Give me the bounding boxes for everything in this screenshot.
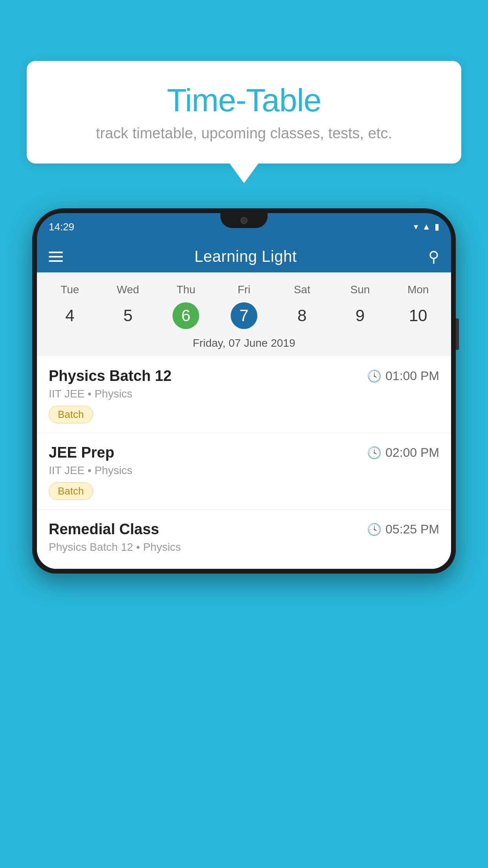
speech-bubble-arrow [229, 163, 259, 183]
class-item-1[interactable]: Physics Batch 12 🕓 01:00 PM IIT JEE • Ph… [37, 357, 451, 433]
day-sat: Sat [273, 280, 331, 299]
day-headers: Tue Wed Thu Fri Sat Sun Mon [41, 280, 447, 299]
day-sun: Sun [331, 280, 389, 299]
battery-icon: ▮ [435, 222, 439, 232]
class-name-2: JEE Prep [49, 444, 114, 461]
phone-mockup: 14:29 ▾ ▲ ▮ Learning Light ⚲ [32, 208, 456, 868]
volume-button [456, 318, 459, 350]
app-header: Learning Light ⚲ [37, 241, 451, 272]
signal-icon: ▲ [422, 222, 431, 232]
calendar-strip[interactable]: Tue Wed Thu Fri Sat Sun Mon 4 5 6 7 8 9 … [37, 272, 451, 357]
selected-date-label: Friday, 07 June 2019 [41, 332, 447, 357]
search-button[interactable]: ⚲ [428, 248, 439, 265]
status-time: 14:29 [49, 221, 74, 233]
class-item-2[interactable]: JEE Prep 🕓 02:00 PM IIT JEE • Physics Ba… [37, 433, 451, 510]
feature-subtitle: track timetable, upcoming classes, tests… [50, 125, 438, 142]
clock-icon-3: 🕓 [367, 522, 382, 536]
day-fri: Fri [215, 280, 273, 299]
class-time-1: 🕓 01:00 PM [367, 369, 439, 383]
day-mon: Mon [389, 280, 447, 299]
class-list: Physics Batch 12 🕓 01:00 PM IIT JEE • Ph… [37, 357, 451, 569]
class-time-value-3: 05:25 PM [385, 522, 439, 537]
class-time-2: 🕓 02:00 PM [367, 445, 439, 460]
class-meta-2: IIT JEE • Physics [49, 464, 439, 477]
class-name-1: Physics Batch 12 [49, 368, 172, 384]
date-7-selected[interactable]: 7 [231, 302, 257, 329]
clock-icon-2: 🕓 [367, 446, 382, 460]
date-6-today[interactable]: 6 [172, 302, 199, 329]
class-row1-1: Physics Batch 12 🕓 01:00 PM [49, 368, 439, 384]
class-time-value-2: 02:00 PM [385, 445, 439, 460]
class-row1-2: JEE Prep 🕓 02:00 PM [49, 444, 439, 461]
batch-badge-1: Batch [49, 406, 93, 423]
camera [240, 217, 248, 224]
day-numbers: 4 5 6 7 8 9 10 [41, 299, 447, 332]
date-10[interactable]: 10 [389, 302, 447, 329]
day-tue: Tue [41, 280, 99, 299]
speech-bubble: Time-Table track timetable, upcoming cla… [27, 61, 461, 164]
class-meta-3: Physics Batch 12 • Physics [49, 541, 439, 554]
status-icons: ▾ ▲ ▮ [414, 222, 439, 232]
date-8[interactable]: 8 [273, 302, 331, 329]
clock-icon-1: 🕓 [367, 369, 382, 383]
batch-badge-2: Batch [49, 482, 93, 500]
class-meta-1: IIT JEE • Physics [49, 388, 439, 400]
wifi-icon: ▾ [414, 222, 418, 232]
phone-frame: 14:29 ▾ ▲ ▮ Learning Light ⚲ [32, 208, 456, 574]
app-title: Learning Light [194, 248, 297, 265]
menu-button[interactable] [49, 252, 63, 262]
feature-title: Time-Table [50, 83, 438, 118]
day-wed: Wed [99, 280, 157, 299]
class-time-3: 🕓 05:25 PM [367, 522, 439, 537]
date-9[interactable]: 9 [331, 302, 389, 329]
date-4[interactable]: 4 [41, 302, 99, 329]
speech-bubble-section: Time-Table track timetable, upcoming cla… [27, 61, 461, 183]
class-row1-3: Remedial Class 🕓 05:25 PM [49, 521, 439, 538]
day-thu: Thu [157, 280, 215, 299]
date-5[interactable]: 5 [99, 302, 157, 329]
class-name-3: Remedial Class [49, 521, 159, 538]
phone-screen: Tue Wed Thu Fri Sat Sun Mon 4 5 6 7 8 9 … [37, 272, 451, 569]
notch [220, 213, 268, 228]
status-bar: 14:29 ▾ ▲ ▮ [37, 213, 451, 241]
class-item-3[interactable]: Remedial Class 🕓 05:25 PM Physics Batch … [37, 510, 451, 569]
class-time-value-1: 01:00 PM [385, 369, 439, 383]
